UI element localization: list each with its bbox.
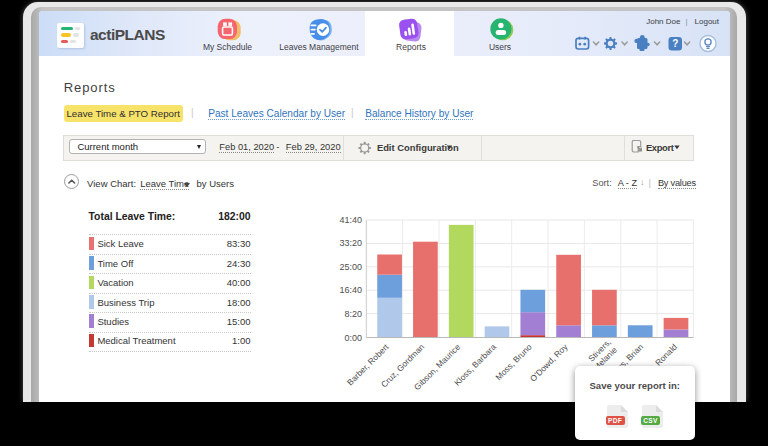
svg-text:25:00: 25:00 [339,262,362,272]
svg-text:41:40: 41:40 [339,215,362,225]
svg-text:0:00: 0:00 [344,333,362,343]
svg-text:16:40: 16:40 [339,285,362,295]
svg-text:8:20: 8:20 [344,309,362,319]
svg-text:O'Dowd, Roy: O'Dowd, Roy [528,341,570,383]
svg-text:?: ? [672,38,678,49]
svg-text:33:20: 33:20 [339,238,362,248]
